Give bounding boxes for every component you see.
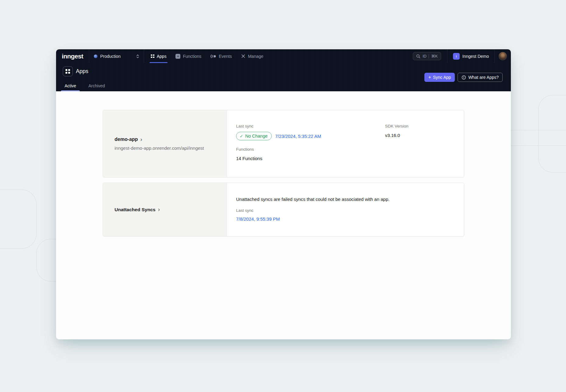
what-are-apps-button[interactable]: What are Apps? — [458, 73, 503, 82]
deco-rounded-rect-right — [538, 95, 566, 173]
sdk-version-label: SDK Version — [385, 124, 464, 128]
sdk-version-field: SDK Version v3.16.0 — [385, 124, 464, 140]
page-title-row: Apps — [63, 66, 88, 76]
nav-item-label: Manage — [248, 54, 264, 59]
last-sync-time-link[interactable]: 7/23/2024, 5:35:22 AM — [275, 134, 321, 139]
chevron-right-icon: › — [140, 136, 142, 142]
search-divider — [429, 54, 429, 58]
apps-page-icon — [63, 66, 73, 76]
search-id-label: ID — [423, 54, 426, 58]
main-content: demo-app › inngest-demo-app.onrender.com… — [56, 91, 511, 339]
tab-label: Active — [65, 83, 76, 88]
tab-label: Archived — [88, 83, 105, 88]
header-actions: + Sync App What are Apps? — [424, 73, 503, 82]
tab-active[interactable]: Active — [61, 80, 80, 91]
app-window: inngest Production Apps — [56, 49, 511, 339]
dark-header: inngest Production Apps — [56, 49, 511, 91]
unattached-syncs-link[interactable]: Unattached Syncs › — [115, 207, 227, 212]
page-title: Apps — [76, 68, 88, 75]
functions-label: Functions — [236, 147, 385, 152]
environment-status-icon — [94, 54, 97, 58]
account-name: Inngest Demo — [462, 54, 489, 59]
check-icon: ✓ — [240, 134, 243, 138]
app-name-link[interactable]: demo-app › — [115, 137, 227, 142]
app-url: inngest-demo-app.onrender.com/api/innges… — [115, 145, 227, 151]
app-card-summary: Unattached Syncs › — [103, 183, 227, 236]
events-waves-icon — [210, 54, 216, 58]
nav-item-label: Functions — [183, 54, 201, 59]
nav-item-events[interactable]: Events — [207, 49, 235, 63]
app-card-details: Last sync ✓ No Change 7/23/2024, 5:35:22… — [227, 110, 464, 177]
sync-app-button[interactable]: + Sync App — [424, 73, 455, 82]
app-card-summary: demo-app › inngest-demo-app.onrender.com… — [103, 110, 227, 177]
page-header: Apps + Sync App What are Apps? — [56, 63, 511, 91]
top-navbar: inngest Production Apps — [56, 49, 511, 63]
navbar-divider — [144, 49, 144, 63]
deco-rounded-rect-left-top — [0, 190, 37, 249]
account-badge-icon: i — [453, 53, 460, 60]
last-sync-label: Last sync — [236, 208, 464, 213]
sdk-version-value: v3.16.0 — [385, 133, 464, 138]
inngest-logo: inngest — [62, 53, 83, 60]
badge-label: No Change — [245, 134, 267, 138]
nav-item-functions[interactable]: ‹› Functions — [172, 49, 204, 63]
account-menu[interactable]: i Inngest Demo — [447, 49, 494, 63]
manage-tools-icon — [241, 54, 246, 58]
app-card-demo-app: demo-app › inngest-demo-app.onrender.com… — [103, 110, 464, 177]
card-title: Unattached Syncs — [115, 207, 155, 212]
nav-item-apps[interactable]: Apps — [148, 49, 169, 63]
apps-grid-icon — [151, 54, 154, 58]
functions-count-value: 14 Functions — [236, 156, 385, 161]
last-sync-time-link[interactable]: 7/8/2024, 9:55:39 PM — [236, 216, 280, 222]
nav-item-manage[interactable]: Manage — [238, 49, 267, 63]
nav-item-label: Events — [219, 54, 232, 59]
what-are-apps-label: What are Apps? — [468, 75, 499, 80]
info-icon — [462, 75, 466, 80]
functions-code-icon: ‹› — [175, 54, 180, 59]
logo-container: inngest — [56, 49, 89, 63]
avatar-container — [495, 49, 511, 63]
plus-icon: + — [428, 75, 431, 80]
primary-nav: Apps ‹› Functions Events — [148, 49, 267, 63]
chevron-up-down-icon — [136, 54, 140, 59]
last-sync-field: Last sync ✓ No Change 7/23/2024, 5:35:22… — [236, 124, 385, 140]
no-change-badge: ✓ No Change — [236, 132, 272, 140]
app-card-details: Unattached syncs are failed syncs that c… — [227, 183, 464, 236]
chevron-right-icon: › — [158, 206, 160, 212]
tab-archived[interactable]: Archived — [85, 80, 108, 91]
nav-item-label: Apps — [157, 54, 167, 59]
app-card-unattached-syncs: Unattached Syncs › Unattached syncs are … — [103, 183, 464, 236]
apps-grid-icon — [65, 69, 70, 74]
search-shortcut-keys: ⌘K — [431, 54, 438, 58]
navbar-spacer — [267, 49, 413, 63]
app-cards-list: demo-app › inngest-demo-app.onrender.com… — [103, 110, 464, 236]
app-name: demo-app — [115, 137, 138, 142]
search-icon — [416, 54, 420, 58]
environment-selector[interactable]: Production — [89, 49, 144, 63]
user-avatar[interactable] — [499, 52, 507, 60]
search-shortcut[interactable]: ID ⌘K — [413, 52, 441, 60]
environment-label: Production — [100, 54, 121, 59]
unattached-syncs-description: Unattached syncs are failed syncs that c… — [236, 197, 464, 202]
tab-bar: Active Archived — [61, 80, 109, 91]
functions-field: Functions 14 Functions — [236, 147, 385, 161]
last-sync-label: Last sync — [236, 124, 385, 128]
sync-app-button-label: Sync App — [433, 75, 451, 80]
